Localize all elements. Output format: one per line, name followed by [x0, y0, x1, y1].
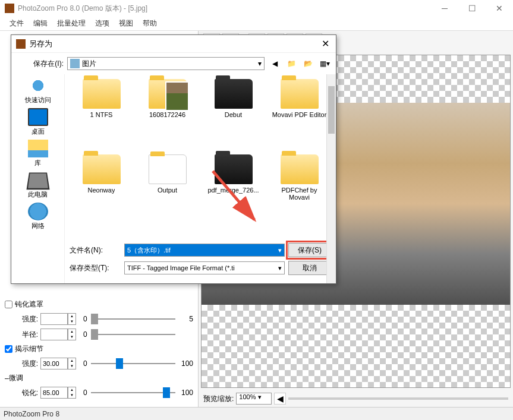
menubar: 文件 编辑 批量处理 选项 视图 帮助	[0, 17, 513, 31]
fine-tune-header: – 微调	[5, 373, 193, 383]
strength2-min: 0	[83, 359, 87, 368]
lib-icon	[28, 140, 48, 157]
savein-value: 图片	[82, 59, 96, 69]
dialog-title: 另存为	[29, 39, 319, 49]
zoom-out-button[interactable]: ◀	[274, 393, 286, 405]
strength1-label: 强度:	[5, 314, 38, 324]
maximize-button[interactable]: ☐	[458, 0, 486, 17]
file-label: Output	[158, 187, 177, 194]
folder-icon	[215, 79, 253, 109]
dialog-close-button[interactable]: ✕	[319, 38, 331, 50]
strength2-label: 强度:	[5, 359, 38, 369]
file-item[interactable]: Output	[136, 154, 199, 235]
place-lib[interactable]: 库	[28, 140, 48, 168]
savein-combo[interactable]: 图片 ▾	[67, 57, 265, 70]
file-item[interactable]: PDFChef by Movavi	[267, 154, 331, 235]
place-star[interactable]: 快速访问	[25, 77, 51, 105]
strength1-max: 5	[179, 315, 193, 323]
view-mode-button[interactable]: ▦▾	[318, 57, 331, 70]
file-scrollbar[interactable]	[326, 74, 336, 283]
menu-view[interactable]: 视图	[114, 17, 138, 30]
save-as-dialog: 另存为 ✕ 保存在(I): 图片 ▾ ◀ 📁 📂 ▦▾ 快速访问桌面库此电脑网络…	[11, 34, 336, 284]
pc-icon	[26, 173, 49, 190]
dialog-icon	[16, 39, 26, 49]
place-label: 网络	[32, 222, 45, 230]
strength2-spinner[interactable]: ▲▼	[68, 358, 76, 370]
filename-label: 文件名(N):	[70, 245, 121, 255]
menu-options[interactable]: 选项	[90, 17, 114, 30]
app-icon	[5, 4, 14, 13]
strength1-slider[interactable]	[91, 313, 175, 325]
place-desktop[interactable]: 桌面	[28, 108, 48, 136]
place-pc[interactable]: 此电脑	[28, 171, 48, 199]
strength2-slider[interactable]	[91, 358, 175, 370]
place-label: 此电脑	[28, 190, 48, 199]
close-button[interactable]: ✕	[486, 0, 513, 17]
menu-help[interactable]: 帮助	[138, 17, 162, 30]
file-item[interactable]: Movavi PDF Editor	[267, 79, 331, 152]
strength2-max: 100	[179, 359, 193, 368]
menu-batch[interactable]: 批量处理	[52, 17, 90, 30]
up-button[interactable]: 📁	[285, 57, 298, 70]
file-item[interactable]: 1 NTFS	[70, 79, 133, 152]
filename-input[interactable]: 5（含水印）.tif▾	[124, 244, 285, 257]
filetype-label: 保存类型(T):	[70, 263, 121, 273]
window-title: PhotoZoom Pro 8.0 (Demo 版本) - [5.jpg]	[18, 4, 147, 14]
sharp-label: 锐化:	[5, 388, 38, 398]
reveal-detail-checkbox[interactable]	[5, 345, 12, 353]
new-folder-button[interactable]: 📂	[301, 57, 314, 70]
sharp-slider[interactable]	[91, 387, 175, 399]
cancel-button[interactable]: 取消	[288, 261, 331, 275]
unsharp-mask-checkbox[interactable]	[5, 301, 12, 308]
zoom-label: 预览缩放:	[203, 394, 234, 404]
radius-input[interactable]	[40, 329, 68, 340]
save-button[interactable]: 保存(S)	[288, 243, 331, 257]
savein-label: 保存在(I):	[16, 59, 64, 69]
menu-edit[interactable]: 编辑	[29, 17, 52, 30]
folder-icon	[281, 79, 319, 109]
radius-slider[interactable]	[91, 329, 175, 340]
fine-tune-label: 微调	[9, 373, 23, 383]
file-item[interactable]: Debut	[202, 79, 265, 152]
file-label: 1608172246	[149, 111, 185, 118]
filetype-select[interactable]: TIFF - Tagged Image File Format (*.ti▾	[124, 261, 285, 274]
folder-icon	[70, 59, 80, 68]
file-label: Neonway	[88, 187, 115, 194]
strength1-spinner[interactable]: ▲▼	[68, 313, 76, 325]
file-grid[interactable]: 1 NTFS1608172246DebutMovavi PDF EditorNe…	[65, 74, 336, 239]
place-label: 桌面	[32, 127, 45, 136]
zoom-select[interactable]: 100% ▾	[236, 393, 272, 405]
strength1-min: 0	[83, 315, 87, 323]
strength2-input[interactable]	[40, 358, 68, 370]
file-item[interactable]: 1608172246	[136, 79, 199, 152]
file-item[interactable]: pdf_merge_726...	[202, 154, 265, 235]
folder-icon	[149, 154, 187, 184]
folder-icon	[83, 154, 121, 184]
places-bar: 快速访问桌面库此电脑网络	[11, 74, 65, 283]
desktop-icon	[28, 108, 48, 126]
zoom-bar: 预览缩放: 100% ▾ ◀	[199, 390, 513, 407]
sharp-spinner[interactable]: ▲▼	[68, 387, 76, 399]
unsharp-mask-header: 钝化遮罩	[5, 299, 193, 310]
reveal-detail-label: 揭示细节	[15, 344, 43, 354]
radius-label: 半径:	[5, 330, 38, 340]
file-item[interactable]: Neonway	[70, 154, 133, 235]
sharp-input[interactable]	[40, 387, 68, 399]
strength1-input[interactable]	[40, 313, 68, 325]
place-net[interactable]: 网络	[28, 203, 48, 230]
reveal-detail-header: 揭示细节	[5, 344, 193, 354]
zoom-slider[interactable]	[288, 397, 508, 400]
minimize-button[interactable]: ─	[431, 0, 458, 17]
back-button[interactable]: ◀	[268, 57, 281, 70]
star-icon	[28, 77, 48, 94]
net-icon	[28, 203, 48, 220]
unsharp-mask-label: 钝化遮罩	[15, 299, 43, 310]
dialog-titlebar: 另存为 ✕	[11, 35, 336, 53]
window-titlebar: PhotoZoom Pro 8.0 (Demo 版本) - [5.jpg] ─ …	[0, 0, 513, 17]
folder-icon	[83, 79, 121, 109]
radius-spinner[interactable]: ▲▼	[68, 329, 76, 340]
menu-file[interactable]: 文件	[5, 17, 29, 30]
sharp-min: 0	[83, 389, 87, 397]
file-label: Movavi PDF Editor	[272, 111, 327, 118]
folder-icon	[149, 79, 187, 109]
